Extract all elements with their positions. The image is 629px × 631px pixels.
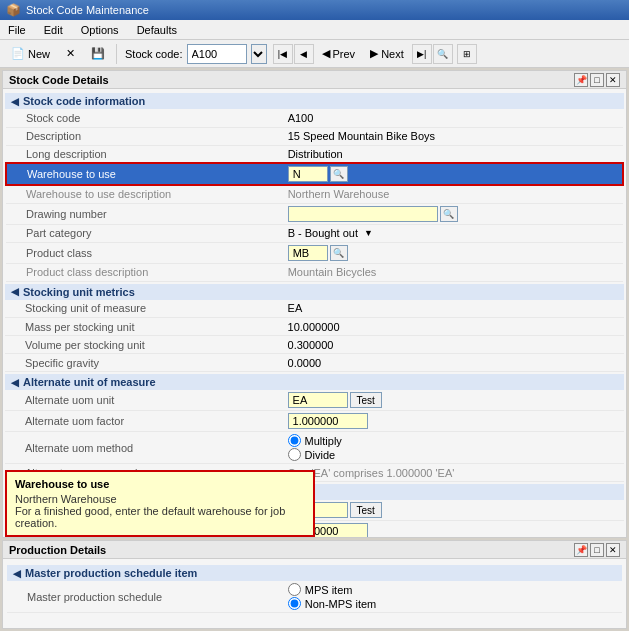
field-value-otherfactor xyxy=(284,521,624,538)
table-row: Alternate uom method Multiply Divide xyxy=(5,432,624,464)
table-row: Part category B - Bought out ▼ xyxy=(6,224,623,242)
field-label-mps: Master production schedule xyxy=(7,581,284,613)
prev-button[interactable]: ◀ xyxy=(294,44,314,64)
field-value-longdesc: Distribution xyxy=(284,145,623,163)
float-button[interactable]: □ xyxy=(590,73,604,87)
field-label-description: Description xyxy=(6,127,284,145)
table-row: Alternate uom unit Test xyxy=(5,390,624,411)
table-row: Stocking unit of measure EA xyxy=(5,300,624,318)
section-arrow-alt: ◀ xyxy=(11,377,19,388)
radio-multiply[interactable] xyxy=(288,434,301,447)
prod-pin-button[interactable]: 📌 xyxy=(574,543,588,557)
menu-options[interactable]: Options xyxy=(77,23,123,37)
menu-defaults[interactable]: Defaults xyxy=(133,23,181,37)
prod-float-button[interactable]: □ xyxy=(590,543,604,557)
prod-close-button[interactable]: ✕ xyxy=(606,543,620,557)
field-label-warehouse: Warehouse to use xyxy=(6,163,284,185)
productclass-input[interactable] xyxy=(288,245,328,261)
title-bar: 📦 Stock Code Maintenance xyxy=(0,0,629,20)
warehouse-input[interactable] xyxy=(288,166,328,182)
more-button[interactable]: ⊞ xyxy=(457,44,477,64)
alt-uom-input[interactable] xyxy=(288,392,348,408)
production-panel-controls: 📌 □ ✕ xyxy=(574,543,620,557)
field-value-altconv: One 'EA' comprises 1.000000 'EA' xyxy=(284,464,624,482)
section-arrow-stock: ◀ xyxy=(11,96,19,107)
field-label-partcat: Part category xyxy=(6,224,284,242)
tooltip-title: Warehouse to use xyxy=(15,478,305,490)
field-label-mass: Mass per stocking unit xyxy=(5,318,284,336)
drawing-input[interactable] xyxy=(288,206,438,222)
field-value-stockcode: A100 xyxy=(284,109,623,127)
stock-code-section: Stock code: ▼ xyxy=(125,44,266,64)
pin-button[interactable]: 📌 xyxy=(574,73,588,87)
field-value-mps: MPS item Non-MPS item xyxy=(284,581,622,613)
stock-code-label: Stock code: xyxy=(125,48,182,60)
alt-uom-test-btn[interactable]: Test xyxy=(350,392,382,408)
panel-controls: 📌 □ ✕ xyxy=(574,73,620,87)
section-stocking-metrics: ◀ Stocking unit metrics xyxy=(5,284,624,300)
warehouse-tooltip: Warehouse to use Northern Warehouse For … xyxy=(5,470,315,537)
stock-info-table: Stock code A100 Description 15 Speed Mou… xyxy=(5,109,624,282)
field-value-warehouse: 🔍 xyxy=(284,163,623,185)
table-row: Description 15 Speed Mountain Bike Boys xyxy=(6,127,623,145)
radio-multiply-row: Multiply xyxy=(288,434,620,447)
field-value-gravity: 0.0000 xyxy=(284,354,624,372)
field-value-altmethod: Multiply Divide xyxy=(284,432,624,464)
field-value-description: 15 Speed Mountain Bike Boys xyxy=(284,127,623,145)
delete-button[interactable]: ✕ xyxy=(59,43,82,65)
field-label-gravity: Specific gravity xyxy=(5,354,284,372)
table-row: Mass per stocking unit 10.000000 xyxy=(5,318,624,336)
production-details-header: Production Details 📌 □ ✕ xyxy=(3,541,626,559)
menu-file[interactable]: File xyxy=(4,23,30,37)
stock-code-input[interactable] xyxy=(187,44,247,64)
menu-bar: File Edit Options Defaults xyxy=(0,20,629,40)
stock-details-title: Stock Code Details xyxy=(9,74,109,86)
search-button[interactable]: 🔍 xyxy=(433,44,453,64)
table-row: Product class 🔍 xyxy=(6,242,623,263)
field-value-altfactor xyxy=(284,411,624,432)
main-area: Stock Code Details 📌 □ ✕ ◀ Stock code in… xyxy=(0,68,629,631)
prev-icon: ◀ xyxy=(322,47,330,60)
stock-details-panel: Stock Code Details 📌 □ ✕ ◀ Stock code in… xyxy=(2,70,627,538)
field-value-partcat: B - Bought out ▼ xyxy=(284,224,623,242)
table-row: Specific gravity 0.0000 xyxy=(5,354,624,372)
last-button[interactable]: ▶| xyxy=(412,44,432,64)
stocking-metrics-table: Stocking unit of measure EA Mass per sto… xyxy=(5,300,624,373)
warehouse-row: Warehouse to use 🔍 xyxy=(6,163,623,185)
other-uom-test-btn[interactable]: Test xyxy=(350,502,382,518)
mps-radio-group: MPS item Non-MPS item xyxy=(288,583,618,610)
menu-edit[interactable]: Edit xyxy=(40,23,67,37)
toolbar-separator xyxy=(116,44,117,64)
radio-nonmps-item[interactable] xyxy=(288,597,301,610)
field-label-warehousedesc: Warehouse to use description xyxy=(6,185,284,203)
radio-mps-item[interactable] xyxy=(288,583,301,596)
production-details-title: Production Details xyxy=(9,544,106,556)
radio-nonmps-row: Non-MPS item xyxy=(288,597,618,610)
stock-code-dropdown[interactable]: ▼ xyxy=(251,44,267,64)
table-row: Warehouse to use description Northern Wa… xyxy=(6,185,623,203)
partcat-dropdown-arrow: ▼ xyxy=(364,228,373,238)
new-button[interactable]: 📄 New xyxy=(4,43,57,65)
toolbar: 📄 New ✕ 💾 Stock code: ▼ |◀ ◀ ◀ Prev ▶ Ne… xyxy=(0,40,629,68)
radio-divide[interactable] xyxy=(288,448,301,461)
drawing-browse-btn[interactable]: 🔍 xyxy=(440,206,458,222)
field-value-drawing: 🔍 xyxy=(284,203,623,224)
table-row: Long description Distribution xyxy=(6,145,623,163)
stock-details-content: ◀ Stock code information Stock code A100… xyxy=(3,89,626,537)
delete-icon: ✕ xyxy=(66,47,75,60)
table-row: Stock code A100 xyxy=(6,109,623,127)
close-panel-button[interactable]: ✕ xyxy=(606,73,620,87)
field-value-suom: EA xyxy=(284,300,624,318)
alt-factor-input[interactable] xyxy=(288,413,368,429)
section-arrow-stocking: ◀ xyxy=(11,286,19,297)
prev-label-btn[interactable]: ◀ Prev xyxy=(315,43,363,65)
warehouse-browse-btn[interactable]: 🔍 xyxy=(330,166,348,182)
first-button[interactable]: |◀ xyxy=(273,44,293,64)
productclass-browse-btn[interactable]: 🔍 xyxy=(330,245,348,261)
production-content: ◀ Master production schedule item Master… xyxy=(3,559,626,617)
field-label-altmethod: Alternate uom method xyxy=(5,432,284,464)
save-button[interactable]: 💾 xyxy=(84,43,112,65)
next-label-btn[interactable]: ▶ Next xyxy=(363,43,411,65)
field-value-mass: 10.000000 xyxy=(284,318,624,336)
field-label-stockcode: Stock code xyxy=(6,109,284,127)
